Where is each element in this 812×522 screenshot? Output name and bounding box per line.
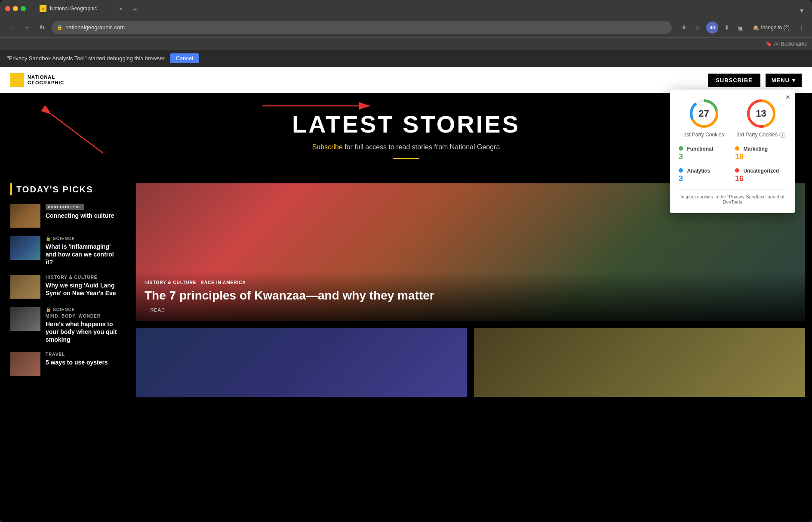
incognito-label: Incognito (2): [761, 25, 790, 31]
subscribe-button[interactable]: SUBSCRIBE: [708, 74, 760, 87]
small-stories: [136, 328, 805, 397]
forward-button[interactable]: →: [21, 22, 33, 34]
first-party-circle: 27: [689, 98, 720, 129]
picks-sidebar: TODAY'S PICKS PAID CONTENT Connecting wi…: [0, 183, 129, 397]
minimize-button[interactable]: [13, 6, 18, 11]
website-content: "Privacy Sandbox Analysis Tool" started …: [0, 50, 812, 522]
header-right: SUBSCRIBE MENU ▾: [708, 74, 802, 87]
picks-label: TODAY'S PICKS: [16, 185, 93, 195]
close-button[interactable]: [5, 6, 10, 11]
third-party-circle: 13: [746, 98, 777, 129]
analytics-dot: [679, 168, 683, 173]
star-icon[interactable]: ☆: [692, 22, 703, 33]
analytics-category: Analytics 3: [679, 167, 730, 183]
popup-footer: Inspect cookies in the "Privacy Sandbox"…: [679, 189, 786, 204]
functional-label: Functional: [687, 146, 713, 152]
small-story-1[interactable]: [136, 328, 467, 397]
menu-chevron-icon: ▾: [792, 77, 796, 83]
address-text: nationalgeographic.com: [65, 24, 125, 31]
story-info: HISTORY & CULTURE Why we sing 'Auld Lang…: [46, 275, 119, 297]
small-story-2[interactable]: [474, 328, 805, 397]
subscribe-link[interactable]: Subscribe: [312, 143, 343, 151]
lock-icon: 🔒: [46, 307, 51, 312]
eye-slash-icon: 👁: [679, 22, 689, 33]
bookmarks-bar: 🔖 All Bookmarks: [0, 38, 812, 50]
story-thumbnail: [10, 275, 40, 299]
uncategorized-label: Uncategorized: [743, 168, 779, 174]
story-thumbnail: [10, 204, 40, 228]
picks-accent: [10, 183, 12, 195]
bookmarks-label: All Bookmarks: [774, 41, 807, 47]
story-thumbnail: [10, 352, 40, 376]
tab-dropdown-button[interactable]: ▾: [797, 5, 807, 15]
popup-close-button[interactable]: ✕: [785, 94, 790, 101]
functional-category: Functional 3: [679, 145, 730, 161]
story-title: What is 'inflammaging' and how can we co…: [46, 243, 119, 266]
list-icon: ≡: [145, 307, 148, 312]
address-bar[interactable]: 🔒 nationalgeographic.com: [52, 21, 672, 34]
uncategorized-count: 16: [735, 174, 786, 183]
sidebar-icon[interactable]: ▣: [735, 22, 746, 33]
list-item[interactable]: 🔒 SCIENCE What is 'inflammaging' and how…: [10, 236, 119, 266]
marketing-label: Marketing: [743, 146, 768, 152]
active-tab[interactable]: ▪ National Geographic ✕: [34, 2, 129, 15]
toolbar: ← → ↻ 🔒 nationalgeographic.com 👁 ☆ 40 ⬇ …: [0, 17, 812, 38]
story-subcategory: MIND, BODY, WONDER: [46, 314, 119, 318]
paid-badge: PAID CONTENT: [46, 204, 84, 210]
all-bookmarks-link[interactable]: 🔖 All Bookmarks: [766, 41, 807, 47]
analytics-count: 3: [679, 174, 730, 183]
main-stories: HISTORY & CULTURE RACE IN AMERICA The 7 …: [129, 183, 812, 397]
menu-label: MENU: [772, 77, 790, 83]
story-category: PAID CONTENT: [46, 204, 119, 210]
debug-banner: "Privacy Sandbox Analysis Tool" started …: [0, 50, 812, 67]
story-title: Here's what happens to your body when yo…: [46, 320, 119, 344]
profile-button[interactable]: 40: [706, 22, 718, 34]
story-info: TRAVEL 5 ways to use oysters: [46, 352, 119, 366]
refresh-button[interactable]: ↻: [36, 22, 48, 34]
lock-icon: 🔒: [46, 236, 51, 241]
featured-overlay: HISTORY & CULTURE RACE IN AMERICA The 7 …: [136, 272, 805, 321]
info-icon[interactable]: ⓘ: [779, 132, 785, 138]
first-party-count: 27: [698, 108, 709, 119]
cancel-button[interactable]: Cancel: [170, 53, 199, 63]
third-party-label: 3rd Party Cookies ⓘ: [736, 132, 786, 138]
toolbar-right: 👁 ☆ 40 ⬇ ▣ 🕵 Incognito (2) ⋮: [679, 22, 807, 34]
new-tab-button[interactable]: +: [129, 3, 141, 15]
natgeo-name: NATIONAL GEOGRAPHIC: [28, 74, 64, 86]
hero-divider: [393, 158, 419, 159]
story-info: PAID CONTENT Connecting with culture: [46, 204, 119, 219]
story-category: 🔒 SCIENCE: [46, 236, 119, 241]
cookies-summary-row: 27 1st Party Cookies 13: [679, 98, 786, 138]
list-item[interactable]: PAID CONTENT Connecting with culture: [10, 204, 119, 228]
lock-icon: 🔒: [57, 25, 63, 30]
fullscreen-button[interactable]: [21, 6, 26, 11]
first-party-cookies: 27 1st Party Cookies: [679, 98, 729, 138]
back-button[interactable]: ←: [5, 22, 17, 34]
analytics-label: Analytics: [687, 168, 710, 174]
menu-button[interactable]: MENU ▾: [766, 74, 802, 87]
list-item[interactable]: 🔒 SCIENCE MIND, BODY, WONDER Here's what…: [10, 307, 119, 344]
category-header: Uncategorized: [735, 167, 786, 174]
tab-close-button[interactable]: ✕: [118, 6, 124, 12]
story-info: 🔒 SCIENCE MIND, BODY, WONDER Here's what…: [46, 307, 119, 344]
list-item[interactable]: TRAVEL 5 ways to use oysters: [10, 352, 119, 376]
story-thumbnail: [10, 307, 40, 331]
incognito-button[interactable]: 🕵 Incognito (2): [749, 23, 793, 32]
cookie-categories: Functional 3 Marketing 18 Analytics: [679, 145, 786, 183]
natgeo-logo[interactable]: NATIONAL GEOGRAPHIC: [10, 73, 64, 87]
marketing-dot: [735, 146, 739, 151]
story-category: TRAVEL: [46, 352, 119, 357]
featured-read: ≡ READ: [145, 307, 797, 312]
featured-title: The 7 principles of Kwanzaa—and why they…: [145, 288, 797, 303]
tab-favicon: ▪: [40, 5, 46, 12]
list-item[interactable]: HISTORY & CULTURE Why we sing 'Auld Lang…: [10, 275, 119, 299]
story-title: Connecting with culture: [46, 212, 119, 219]
first-party-label: 1st Party Cookies: [679, 132, 729, 138]
uncategorized-dot: [735, 168, 739, 173]
browser-window: ▪ National Geographic ✕ + ▾ ← → ↻ 🔒 nati…: [0, 0, 812, 522]
more-options-button[interactable]: ⋮: [797, 22, 807, 33]
download-icon[interactable]: ⬇: [722, 22, 732, 33]
title-bar: ▪ National Geographic ✕ + ▾: [0, 0, 812, 17]
cookie-popup: ✕ 27 1st Party Cookies: [670, 90, 795, 213]
tab-bar: ▪ National Geographic ✕ + ▾: [34, 2, 807, 15]
